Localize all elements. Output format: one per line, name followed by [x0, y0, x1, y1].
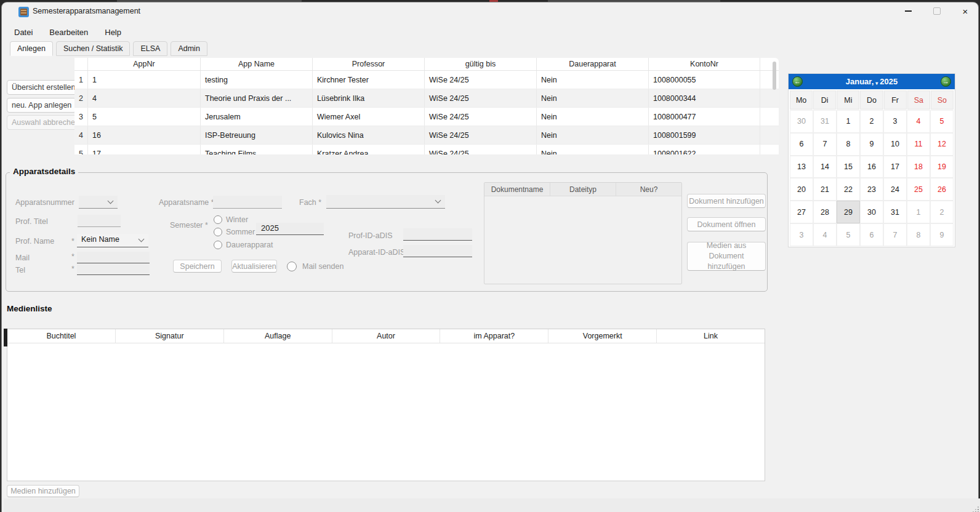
calendar-day[interactable]: 15	[837, 156, 860, 178]
apparat-id-adis-field[interactable]	[403, 245, 472, 257]
calendar-day[interactable]: 13	[790, 156, 813, 178]
apparatsnummer-dropdown[interactable]	[79, 196, 118, 209]
menu-item-bearbeiten[interactable]: Bearbeiten	[49, 26, 88, 38]
media-column-header[interactable]: Autor	[332, 329, 441, 343]
calendar-day[interactable]: 24	[883, 178, 907, 201]
apps-column-header[interactable]: Dauerapparat	[537, 58, 649, 70]
apps-column-header[interactable]: Professor	[313, 58, 425, 70]
media-column-header[interactable]: Auflage	[224, 329, 332, 343]
calendar-day[interactable]: 25	[907, 178, 930, 201]
tab-admin[interactable]: Admin	[171, 41, 207, 56]
calendar-day[interactable]: 1	[907, 201, 930, 223]
speichern-button[interactable]: Speichern	[173, 260, 222, 273]
calendar-day[interactable]: 23	[860, 178, 883, 201]
radio-winter[interactable]	[214, 215, 222, 224]
tel-field[interactable]	[77, 263, 150, 275]
calendar-day[interactable]: 20	[790, 178, 813, 201]
tab-anlegen[interactable]: Anlegen	[10, 41, 53, 56]
label-winter[interactable]: Winter	[226, 215, 248, 224]
label-dauerapparat[interactable]: Dauerapparat	[226, 241, 273, 249]
calendar-day[interactable]: 31	[813, 110, 837, 133]
calendar-day[interactable]: 4	[813, 223, 837, 246]
maximize-button[interactable]	[928, 2, 946, 20]
apparatsname-field[interactable]	[213, 196, 282, 209]
calendar-day[interactable]: 30	[860, 201, 883, 223]
calendar-day[interactable]: 26	[930, 178, 954, 201]
tab-suchen-statistik[interactable]: Suchen / Statistik	[56, 41, 131, 56]
calendar-day[interactable]: 29	[837, 201, 860, 223]
calendar-next-button[interactable]: →	[941, 76, 951, 87]
calendar-day[interactable]: 17	[883, 156, 907, 178]
menu-item-help[interactable]: Help	[105, 26, 121, 38]
calendar-day[interactable]: 22	[837, 178, 860, 201]
radio-dauerapparat[interactable]	[214, 241, 222, 249]
calendar-day[interactable]: 16	[860, 156, 883, 178]
label-mail-senden[interactable]: Mail senden	[302, 262, 343, 271]
table-row[interactable]: 24Theorie und Praxis der ...Lüsebrink Il…	[74, 89, 779, 108]
label-sommer[interactable]: Sommer	[226, 228, 255, 236]
calendar-day[interactable]: 14	[813, 156, 837, 178]
prof-id-adis-field[interactable]	[403, 228, 472, 241]
sidebar-button-2[interactable]: neu. App anlegen	[7, 98, 76, 113]
media-column-header[interactable]: im Apparat?	[440, 329, 548, 343]
calendar-prev-button[interactable]: ←	[792, 76, 803, 87]
calendar-day[interactable]: 28	[813, 201, 837, 223]
calendar-day[interactable]: 19	[930, 156, 954, 178]
media-column-header[interactable]: Link	[657, 329, 765, 343]
media-column-header[interactable]: Buchtitel	[7, 329, 116, 343]
table-row[interactable]: 517Teaching FilmsKratzer AndreaWiSe 24/2…	[74, 145, 779, 154]
calendar-day[interactable]: 12	[930, 133, 954, 156]
dokument-oeffnen-button[interactable]: Dokument öffnen	[687, 217, 766, 231]
dokument-hinzufuegen-button[interactable]: Dokument hinzufügen	[687, 194, 766, 208]
title-bar[interactable]: Semesterapparatsmanagement ×	[2, 2, 978, 21]
calendar-day[interactable]: 31	[883, 201, 907, 223]
prof-titel-field[interactable]	[78, 215, 121, 227]
calendar-day[interactable]: 21	[813, 178, 837, 201]
calendar-day[interactable]: 7	[883, 223, 907, 246]
calendar-day[interactable]: 6	[790, 133, 813, 156]
calendar-day[interactable]: 11	[907, 133, 930, 156]
fach-dropdown[interactable]	[326, 195, 445, 209]
sidebar-button-3[interactable]: Auswahl abbrechen	[7, 115, 84, 130]
tab-elsa[interactable]: ELSA	[133, 41, 167, 56]
calendar-day[interactable]: 8	[907, 223, 930, 246]
calendar-day[interactable]: 1	[837, 110, 860, 133]
medien-hinzufuegen-button[interactable]: Medien hinzufügen	[7, 485, 79, 497]
calendar-month[interactable]: Januar,	[846, 77, 874, 86]
calendar-day[interactable]: 7	[813, 133, 837, 156]
table-row[interactable]: 35JerusalemWiemer AxelWiSe 24/25Nein1008…	[74, 108, 779, 126]
table-row[interactable]: 11testingKirchner TesterWiSe 24/25Nein10…	[74, 71, 779, 89]
calendar-day[interactable]: 3	[790, 223, 813, 246]
calendar-day[interactable]: 9	[930, 223, 954, 246]
calendar-day[interactable]: 27	[790, 201, 813, 223]
calendar-day[interactable]: 5	[930, 110, 954, 133]
apps-column-header[interactable]: App Name	[201, 58, 313, 70]
calendar-day[interactable]: 3	[883, 110, 907, 133]
media-column-header[interactable]: Signatur	[116, 329, 224, 343]
resize-grip-icon[interactable]	[973, 506, 974, 508]
semester-year-field[interactable]: 2025	[256, 223, 324, 235]
calendar-day[interactable]: 6	[860, 223, 883, 246]
media-column-header[interactable]: Vorgemerkt	[548, 329, 657, 343]
calendar-day[interactable]: 30	[790, 110, 813, 133]
apps-table-scrollbar[interactable]	[773, 62, 776, 90]
apps-column-header[interactable]: KontoNr	[649, 58, 760, 70]
apps-column-header[interactable]: gültig bis	[425, 58, 537, 70]
medien-aus-dokument-button[interactable]: Medien aus Dokument hinzufügen	[687, 242, 766, 271]
calendar-day[interactable]: 4	[907, 110, 930, 133]
calendar-year[interactable]: 2025	[880, 77, 898, 86]
calendar-day[interactable]: 18	[907, 156, 930, 178]
radio-sommer[interactable]	[214, 228, 222, 236]
calendar-day[interactable]: 8	[837, 133, 860, 156]
calendar-day[interactable]: 10	[883, 133, 907, 156]
close-button[interactable]: ×	[956, 2, 974, 20]
menu-item-datei[interactable]: Datei	[14, 26, 33, 38]
apps-column-header[interactable]: AppNr	[88, 58, 201, 70]
prof-name-dropdown[interactable]: Kein Name	[77, 234, 148, 247]
table-row[interactable]: 416ISP-BetreuungKulovics NinaWiSe 24/25N…	[74, 126, 779, 145]
sidebar-button-1[interactable]: Übersicht erstellen	[7, 80, 81, 95]
aktualisieren-button[interactable]: Aktualisieren	[231, 260, 277, 273]
calendar-day[interactable]: 5	[837, 223, 860, 246]
mail-field[interactable]	[77, 252, 150, 263]
calendar-day[interactable]: 9	[860, 133, 883, 156]
